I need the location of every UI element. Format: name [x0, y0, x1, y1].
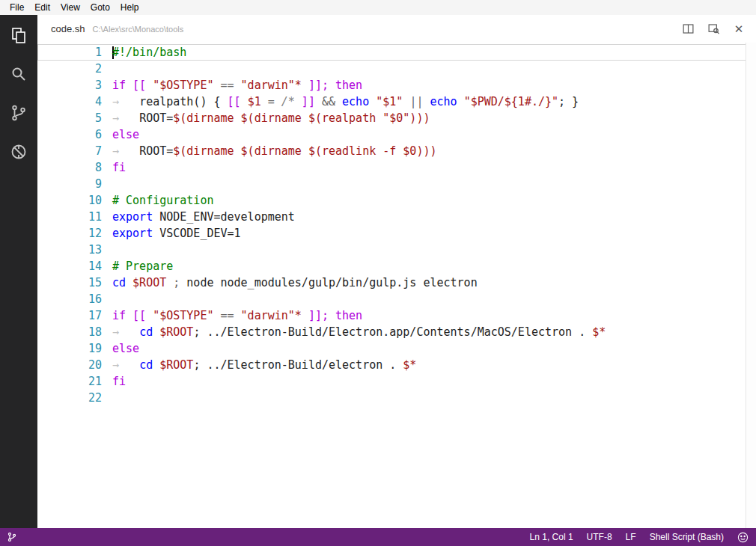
line-number: 12 [37, 225, 112, 242]
menu-item-goto[interactable]: Goto [85, 1, 115, 14]
code-token: export [112, 210, 153, 224]
feedback-smiley-icon[interactable] [737, 531, 749, 543]
code-line[interactable]: 8fi [37, 159, 756, 176]
main-area: code.sh C:\Alex\src\Monaco\tools [0, 15, 756, 528]
code-line[interactable]: 7→ ROOT=$(dirname $(dirname $(readlink -… [37, 143, 756, 159]
code-text: #!/bin/bash [112, 44, 756, 61]
line-number: 19 [37, 340, 112, 357]
git-branch-icon[interactable] [6, 531, 18, 543]
code-line[interactable]: 11export NODE_ENV=development [37, 209, 756, 225]
code-line[interactable]: 3if [[ "$OSTYPE" == "darwin"* ]]; then [37, 77, 756, 93]
vertical-scrollbar[interactable] [746, 43, 756, 528]
code-line[interactable]: 2 [37, 61, 756, 77]
editor-lines: 1#!/bin/bash23if [[ "$OSTYPE" == "darwin… [37, 43, 756, 406]
code-line[interactable]: 9 [37, 176, 756, 192]
code-token: $ROOT [159, 325, 193, 339]
code-token: ROOT= [139, 144, 173, 158]
code-token: cd [139, 325, 153, 339]
code-line[interactable]: 1#!/bin/bash [37, 44, 756, 61]
code-line[interactable]: 6else [37, 126, 756, 143]
status-cursor-position[interactable]: Ln 1, Col 1 [523, 532, 580, 542]
status-bar: Ln 1, Col 1UTF-8LFShell Script (Bash) [0, 528, 756, 546]
code-token: ]]; [302, 309, 335, 322]
line-number: 15 [37, 274, 112, 291]
code-line[interactable]: 19else [37, 340, 756, 357]
line-number: 9 [37, 176, 112, 192]
code-text [112, 176, 756, 192]
code-token: NODE_ENV=development [153, 210, 295, 224]
code-token [126, 276, 132, 289]
code-line[interactable]: 16 [37, 291, 756, 307]
code-line[interactable]: 14# Prepare [37, 258, 756, 274]
code-token: "darwin"* [241, 309, 302, 322]
status-encoding[interactable]: UTF-8 [580, 532, 619, 542]
code-line[interactable]: 12export VSCODE_DEV=1 [37, 225, 756, 242]
menu-item-help[interactable]: Help [115, 1, 144, 14]
code-token: && [315, 95, 342, 108]
line-number: 11 [37, 209, 112, 225]
code-text: # Configuration [112, 192, 756, 209]
editor-tab-bar: code.sh C:\Alex\src\Monaco\tools [37, 15, 756, 43]
menu-bar: FileEditViewGotoHelp [0, 0, 756, 15]
tab-title[interactable]: code.sh [51, 23, 85, 34]
split-editor-icon[interactable] [681, 22, 695, 36]
line-number: 5 [37, 110, 112, 126]
line-number: 16 [37, 291, 112, 307]
code-line[interactable]: 22 [37, 390, 756, 406]
code-token: "$PWD/${1#./}" [464, 95, 558, 108]
code-text: fi [112, 373, 756, 390]
code-line[interactable]: 18→ cd $ROOT; ../Electron-Build/Electron… [37, 324, 756, 340]
explorer-icon[interactable] [9, 25, 28, 45]
search-icon[interactable] [9, 64, 28, 84]
code-token: "$OSTYPE" [153, 79, 213, 92]
code-text: if [[ "$OSTYPE" == "darwin"* ]]; then [112, 77, 756, 93]
code-line[interactable]: 20→ cd $ROOT; ../Electron-Build/electron… [37, 357, 756, 373]
code-token: → [112, 358, 139, 372]
line-number: 8 [37, 159, 112, 176]
code-text: → realpath() { [[ $1 = /* ]] && echo "$1… [112, 93, 756, 110]
code-text: → cd $ROOT; ../Electron-Build/Electron.a… [112, 324, 756, 340]
code-line[interactable]: 17if [[ "$OSTYPE" == "darwin"* ]]; then [37, 307, 756, 324]
activity-bar [0, 15, 37, 528]
code-line[interactable]: 15cd $ROOT ; node node_modules/gulp/bin/… [37, 274, 756, 291]
code-token: → [112, 111, 139, 125]
editor[interactable]: 1#!/bin/bash23if [[ "$OSTYPE" == "darwin… [37, 43, 756, 528]
code-token: "$OSTYPE" [153, 309, 213, 322]
menu-item-view[interactable]: View [55, 1, 85, 14]
menu-item-edit[interactable]: Edit [29, 1, 55, 14]
code-token: export [112, 227, 153, 240]
code-line[interactable]: 4→ realpath() { [[ $1 = /* ]] && echo "$… [37, 93, 756, 110]
code-text: → ROOT=$(dirname $(dirname $(realpath "$… [112, 110, 756, 126]
code-text: → cd $ROOT; ../Electron-Build/electron .… [112, 357, 756, 373]
code-line[interactable]: 5→ ROOT=$(dirname $(dirname $(realpath "… [37, 110, 756, 126]
code-token: #!/bin/bash [112, 46, 186, 59]
status-right: Ln 1, Col 1UTF-8LFShell Script (Bash) [523, 532, 731, 542]
code-text [112, 242, 756, 258]
code-token: $* [403, 358, 416, 372]
code-text: cd $ROOT ; node node_modules/gulp/bin/gu… [112, 274, 756, 291]
code-token: VSCODE_DEV=1 [153, 227, 240, 240]
code-token: ; [166, 276, 186, 289]
code-token: else [112, 342, 139, 355]
code-text [112, 61, 756, 77]
status-eol[interactable]: LF [619, 532, 643, 542]
code-line[interactable]: 21fi [37, 373, 756, 390]
code-line[interactable]: 13 [37, 242, 756, 258]
line-number: 22 [37, 390, 112, 406]
code-token: # Configuration [112, 194, 213, 207]
menu-item-file[interactable]: File [4, 1, 29, 14]
vscode-window: FileEditViewGotoHelp [0, 0, 756, 546]
code-text [112, 291, 756, 307]
tab-actions: ✕ [681, 22, 746, 36]
git-icon[interactable] [9, 103, 28, 123]
status-language-mode[interactable]: Shell Script (Bash) [643, 532, 731, 542]
open-preview-icon[interactable] [707, 22, 720, 36]
code-token: ../Electron-Build/Electron.app/Contents/… [207, 325, 592, 339]
line-number: 2 [37, 61, 112, 77]
line-number: 10 [37, 192, 112, 209]
code-text: export VSCODE_DEV=1 [112, 225, 756, 242]
code-token: fi [112, 161, 126, 174]
close-icon[interactable]: ✕ [732, 22, 746, 36]
debug-icon[interactable] [9, 142, 28, 162]
code-line[interactable]: 10# Configuration [37, 192, 756, 209]
